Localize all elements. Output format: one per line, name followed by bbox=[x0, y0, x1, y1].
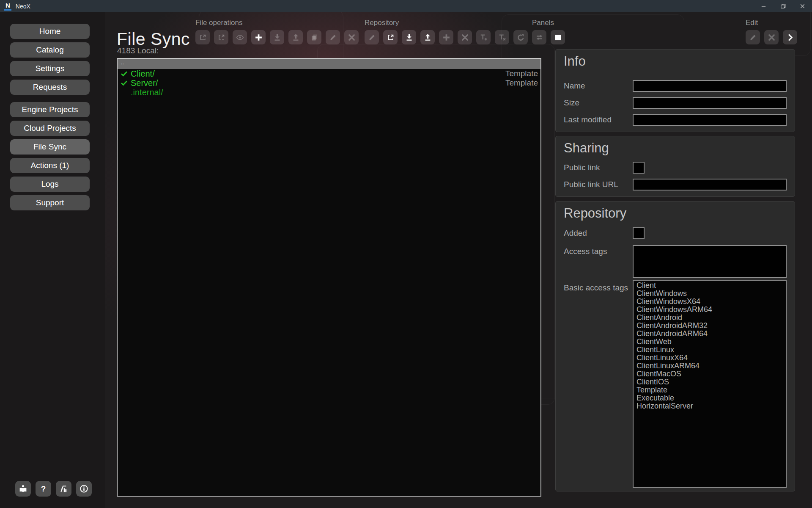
tag-item[interactable]: ClientLinuxX64 bbox=[636, 354, 786, 362]
file-list: .. Client/TemplateServer/Template.intern… bbox=[117, 58, 541, 497]
reset-button[interactable] bbox=[513, 30, 528, 44]
help-button[interactable]: ? bbox=[36, 481, 51, 497]
toolbar-group-panels: Panels bbox=[532, 19, 565, 44]
name-input[interactable] bbox=[633, 80, 787, 92]
pencil-button[interactable] bbox=[365, 30, 379, 44]
plus-button[interactable] bbox=[251, 30, 266, 44]
size-row: Size bbox=[564, 97, 787, 109]
square-icon bbox=[554, 33, 562, 41]
size-input[interactable] bbox=[633, 97, 787, 109]
download-button[interactable] bbox=[270, 30, 284, 44]
tag-item[interactable]: Template bbox=[636, 386, 786, 394]
sidebar-item-engine-projects[interactable]: Engine Projects bbox=[10, 102, 90, 117]
pencil-button[interactable] bbox=[746, 30, 760, 44]
window-controls bbox=[754, 0, 812, 12]
download-button[interactable] bbox=[402, 30, 416, 44]
sidebar-item-logs[interactable]: Logs bbox=[10, 177, 90, 192]
file-name: Server/ bbox=[131, 78, 158, 88]
build-icon bbox=[59, 484, 68, 493]
sync-check-icon bbox=[121, 80, 129, 86]
repository-section-title: Repository bbox=[564, 206, 626, 221]
swap-button[interactable] bbox=[532, 30, 546, 44]
public-link-url-input[interactable] bbox=[633, 179, 787, 190]
close-button[interactable] bbox=[344, 30, 359, 44]
restore-button[interactable] bbox=[773, 0, 793, 12]
repository-section: Repository Added Access tags Basic acces… bbox=[555, 201, 795, 491]
public-link-url-label: Public link URL bbox=[564, 180, 633, 189]
size-label: Size bbox=[564, 98, 633, 108]
pencil-icon bbox=[749, 33, 757, 41]
text-remove-button[interactable] bbox=[495, 30, 509, 44]
close-button[interactable] bbox=[793, 0, 812, 12]
open-external-button[interactable] bbox=[383, 30, 398, 44]
last-modified-label: Last modified bbox=[564, 115, 633, 124]
sidebar-item-settings[interactable]: Settings bbox=[10, 61, 90, 76]
info-button[interactable] bbox=[76, 481, 92, 497]
close-button[interactable] bbox=[764, 30, 779, 44]
sidebar-item-catalog[interactable]: Catalog bbox=[10, 42, 90, 58]
square-button[interactable] bbox=[551, 30, 565, 44]
tag-item[interactable]: ClientLinuxARM64 bbox=[636, 362, 786, 370]
upload-button[interactable] bbox=[420, 30, 435, 44]
file-row[interactable]: .internal/ bbox=[118, 88, 540, 97]
info-section: Info NameSizeLast modified bbox=[555, 49, 795, 132]
parent-directory-row[interactable]: .. bbox=[118, 59, 540, 69]
titlebar: N NeoX bbox=[0, 0, 812, 12]
toolbar-group-label: Edit bbox=[746, 19, 797, 27]
reset-icon bbox=[517, 33, 525, 41]
svg-text:?: ? bbox=[41, 484, 46, 493]
file-row[interactable]: Server/Template bbox=[118, 78, 540, 88]
close-icon bbox=[348, 33, 356, 41]
tag-item[interactable]: ClientIOS bbox=[636, 378, 786, 386]
file-row[interactable]: Client/Template bbox=[118, 69, 540, 78]
tag-item[interactable]: ClientAndroid bbox=[636, 314, 786, 322]
toolbar-group-edit: Edit bbox=[746, 19, 797, 44]
sidebar-item-cloud-projects[interactable]: Cloud Projects bbox=[10, 121, 90, 136]
eye-button[interactable] bbox=[233, 30, 247, 44]
access-tags-textarea[interactable] bbox=[633, 245, 787, 278]
sidebar-item-support[interactable]: Support bbox=[10, 195, 90, 210]
build-button[interactable] bbox=[56, 481, 71, 497]
sidebar-item-file-sync[interactable]: File Sync bbox=[10, 139, 90, 155]
tag-item[interactable]: ClientWeb bbox=[636, 338, 786, 346]
plus-icon bbox=[255, 33, 263, 41]
chevron-right-button[interactable] bbox=[783, 30, 797, 44]
tag-item[interactable]: ClientWindowsARM64 bbox=[636, 306, 786, 314]
tag-item[interactable]: Client bbox=[636, 282, 786, 290]
info-icon bbox=[80, 484, 88, 493]
plus-button[interactable] bbox=[439, 30, 453, 44]
file-name: .internal/ bbox=[131, 88, 163, 97]
sidebar-footer: ? bbox=[15, 481, 92, 497]
docs-button[interactable] bbox=[15, 481, 31, 497]
copy-button[interactable] bbox=[307, 30, 321, 44]
tag-item[interactable]: ClientAndroidARM64 bbox=[636, 330, 786, 338]
swap-icon bbox=[535, 33, 543, 41]
last-modified-input[interactable] bbox=[633, 114, 787, 126]
tag-item[interactable]: ClientAndroidARM32 bbox=[636, 322, 786, 330]
sharing-section: Sharing Public link Public link URL bbox=[555, 136, 795, 197]
added-checkbox[interactable] bbox=[633, 227, 645, 239]
pencil-button[interactable] bbox=[326, 30, 340, 44]
name-label: Name bbox=[564, 81, 633, 91]
app-logo: N bbox=[4, 2, 11, 11]
sidebar-item-home[interactable]: Home bbox=[10, 24, 90, 39]
tag-item[interactable]: ClientMacOS bbox=[636, 370, 786, 378]
basic-access-tags-list[interactable]: ClientClientWindowsClientWindowsX64Clien… bbox=[633, 280, 787, 488]
close-button[interactable] bbox=[458, 30, 472, 44]
sidebar-item-actions-1[interactable]: Actions (1) bbox=[10, 158, 90, 173]
open-external-alt-button[interactable] bbox=[214, 30, 228, 44]
tag-item[interactable]: Executable bbox=[636, 394, 786, 402]
minimize-button[interactable] bbox=[754, 0, 773, 12]
public-link-checkbox[interactable] bbox=[633, 162, 645, 174]
pencil-icon bbox=[329, 33, 337, 41]
upload-button[interactable] bbox=[288, 30, 303, 44]
tag-item[interactable]: ClientWindows bbox=[636, 290, 786, 298]
open-external-button[interactable] bbox=[195, 30, 210, 44]
sidebar-item-requests[interactable]: Requests bbox=[10, 80, 90, 95]
tag-item[interactable]: HorizontalServer bbox=[636, 402, 786, 410]
tag-item[interactable]: ClientWindowsX64 bbox=[636, 298, 786, 306]
text-add-button[interactable] bbox=[476, 30, 491, 44]
close-icon bbox=[461, 33, 469, 41]
open-external-alt-icon bbox=[217, 33, 225, 41]
tag-item[interactable]: ClientLinux bbox=[636, 346, 786, 354]
